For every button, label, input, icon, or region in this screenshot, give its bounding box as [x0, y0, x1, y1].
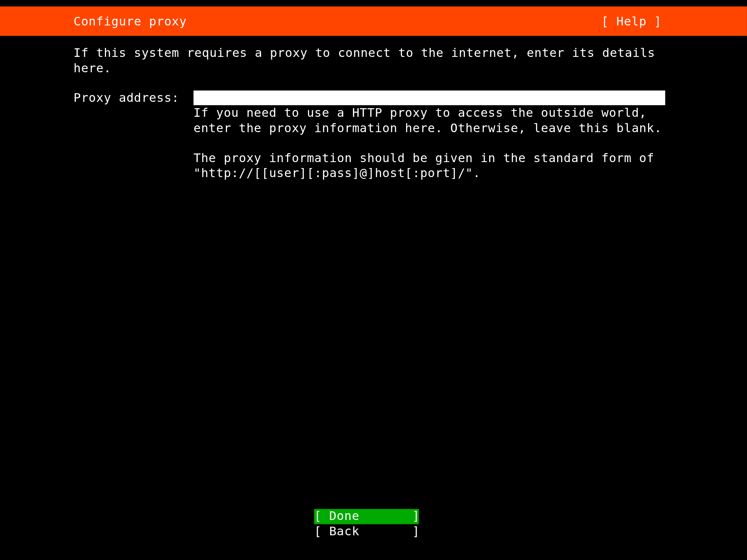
- top-black-bar: [0, 0, 747, 6]
- button-group: [ Done ] [ Back ]: [314, 509, 418, 540]
- proxy-address-input[interactable]: [194, 91, 665, 105]
- description-text: If this system requires a proxy to conne…: [73, 46, 668, 76]
- header-bar: Configure proxy [ Help ]: [0, 6, 747, 36]
- back-button[interactable]: [ Back ]: [314, 524, 418, 539]
- proxy-address-label: Proxy address:: [73, 91, 193, 106]
- done-button[interactable]: [ Done ]: [314, 509, 418, 524]
- content-area: If this system requires a proxy to conne…: [0, 36, 747, 181]
- proxy-field-column: If you need to use a HTTP proxy to acces…: [194, 91, 665, 181]
- proxy-help-text-2: The proxy information should be given in…: [194, 151, 665, 181]
- proxy-help-text-1: If you need to use a HTTP proxy to acces…: [194, 106, 665, 136]
- page-title: Configure proxy: [73, 14, 187, 28]
- proxy-form-row: Proxy address: If you need to use a HTTP…: [73, 91, 747, 181]
- help-button[interactable]: [ Help ]: [601, 14, 662, 28]
